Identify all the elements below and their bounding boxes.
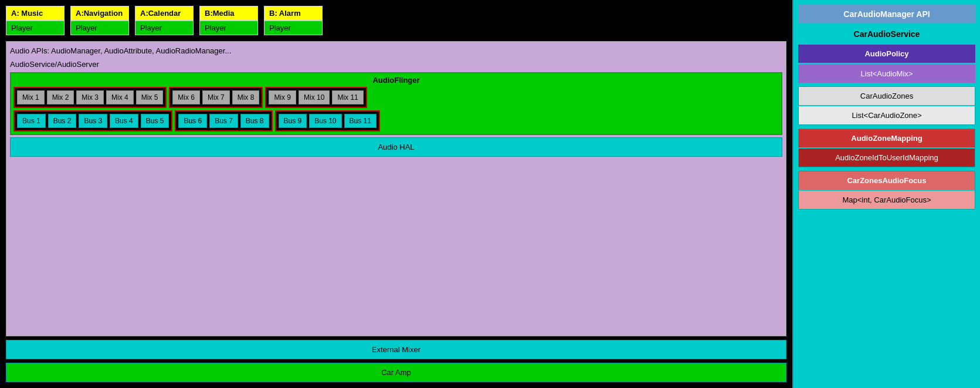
audio-flinger-section: AudioFlinger Mix 1 Mix 2 Mix 3 Mix 4 Mix… xyxy=(10,72,782,135)
right-panel: CarAudioManager API CarAudioService Audi… xyxy=(792,0,980,388)
bus-8: Bus 8 xyxy=(240,114,269,128)
player-calendar-bottom: Player xyxy=(135,21,194,35)
audio-policy-box: AudioPolicy xyxy=(798,45,975,63)
bus-10: Bus 10 xyxy=(309,114,341,128)
mix-group-3: Mix 9 Mix 10 Mix 11 xyxy=(265,87,367,108)
bus-group-3: Bus 9 Bus 10 Bus 11 xyxy=(275,110,380,131)
mix-10: Mix 10 xyxy=(299,90,330,104)
main-area: A: Music Player A:Navigation Player A:Ca… xyxy=(0,0,792,388)
mix-9: Mix 9 xyxy=(269,90,296,104)
car-audio-service-section: AudioPolicy List<AudioMix> xyxy=(798,45,975,83)
mix-1: Mix 1 xyxy=(17,90,45,104)
audio-flinger-title: AudioFlinger xyxy=(13,76,779,85)
player-music-bottom: Player xyxy=(6,21,65,35)
car-audio-service-title: CarAudioService xyxy=(798,27,975,41)
mix-7: Mix 7 xyxy=(202,90,230,104)
player-navigation-bottom: Player xyxy=(70,21,129,35)
players-row: A: Music Player A:Navigation Player A:Ca… xyxy=(6,6,786,35)
audio-hal: Audio HAL xyxy=(10,137,782,157)
bus-11: Bus 11 xyxy=(344,114,377,128)
mix-bus-container: Mix 1 Mix 2 Mix 3 Mix 4 Mix 5 Mix 6 Mix … xyxy=(13,87,779,131)
mix-8: Mix 8 xyxy=(232,90,260,104)
bus-1: Bus 1 xyxy=(17,114,46,128)
audio-zone-mapping-box: AudioZoneMapping xyxy=(799,129,975,147)
player-navigation-label: A:Navigation xyxy=(70,6,129,21)
player-media: B:Media Player xyxy=(199,6,258,35)
bus-9: Bus 9 xyxy=(279,114,307,128)
mix-5: Mix 5 xyxy=(136,90,164,104)
audio-zone-mapping-group: AudioZoneMapping AudioZoneIdToUserIdMapp… xyxy=(798,129,975,167)
player-media-bottom: Player xyxy=(199,21,258,35)
player-alarm-label: B: Alarm xyxy=(264,6,323,21)
bus-6: Bus 6 xyxy=(178,114,207,128)
audio-zone-id-to-user-id-box: AudioZoneIdToUserIdMapping xyxy=(799,149,975,167)
mix-3: Mix 3 xyxy=(76,90,104,104)
car-zones-audio-focus-box: CarZonesAudioFocus xyxy=(799,171,975,190)
player-alarm-bottom: Player xyxy=(264,21,323,35)
bus-4: Bus 4 xyxy=(110,114,138,128)
mix-groups-row: Mix 1 Mix 2 Mix 3 Mix 4 Mix 5 Mix 6 Mix … xyxy=(13,87,779,108)
car-amp: Car Amp xyxy=(6,363,786,382)
bus-3: Bus 3 xyxy=(79,114,107,128)
bus-group-2: Bus 6 Bus 7 Bus 8 xyxy=(175,110,272,131)
player-music-label: A: Music xyxy=(6,6,65,21)
layers-container: Audio APIs: AudioManager, AudioAttribute… xyxy=(6,41,786,336)
mix-group-2: Mix 6 Mix 7 Mix 8 xyxy=(169,87,263,108)
car-zones-audio-focus-group: CarZonesAudioFocus Map<int, CarAudioFocu… xyxy=(798,171,975,210)
bus-groups-row: Bus 1 Bus 2 Bus 3 Bus 4 Bus 5 Bus 6 Bus … xyxy=(13,110,779,131)
mix-2: Mix 2 xyxy=(47,90,74,104)
player-music: A: Music Player xyxy=(6,6,65,35)
list-audio-mix-box: List<AudioMix> xyxy=(798,65,975,83)
bus-2: Bus 2 xyxy=(48,114,77,128)
list-car-audio-zone-box: List<CarAudioZone> xyxy=(799,106,975,124)
player-calendar-label: A:Calendar xyxy=(135,6,194,21)
player-calendar: A:Calendar Player xyxy=(135,6,194,35)
player-navigation: A:Navigation Player xyxy=(70,6,129,35)
bus-5: Bus 5 xyxy=(141,114,169,128)
audio-service-label: AudioService/AudioServer xyxy=(10,59,782,70)
player-media-label: B:Media xyxy=(199,6,258,21)
audio-apis-label: Audio APIs: AudioManager, AudioAttribute… xyxy=(10,45,782,56)
bus-7: Bus 7 xyxy=(209,114,238,128)
map-car-audio-focus-box: Map<int, CarAudioFocus> xyxy=(799,191,975,209)
mix-group-1: Mix 1 Mix 2 Mix 3 Mix 4 Mix 5 xyxy=(13,87,167,108)
car-audio-manager-api: CarAudioManager API xyxy=(798,5,975,23)
bus-group-1: Bus 1 Bus 2 Bus 3 Bus 4 Bus 5 xyxy=(13,110,172,131)
player-alarm: B: Alarm Player xyxy=(264,6,323,35)
car-audio-zones-box: CarAudioZones xyxy=(799,87,975,105)
mix-6: Mix 6 xyxy=(172,90,200,104)
external-mixer: External Mixer xyxy=(6,340,786,359)
car-audio-zones-group: CarAudioZones List<CarAudioZone> xyxy=(798,86,975,125)
mix-4: Mix 4 xyxy=(106,90,134,104)
mix-11: Mix 11 xyxy=(332,90,363,104)
